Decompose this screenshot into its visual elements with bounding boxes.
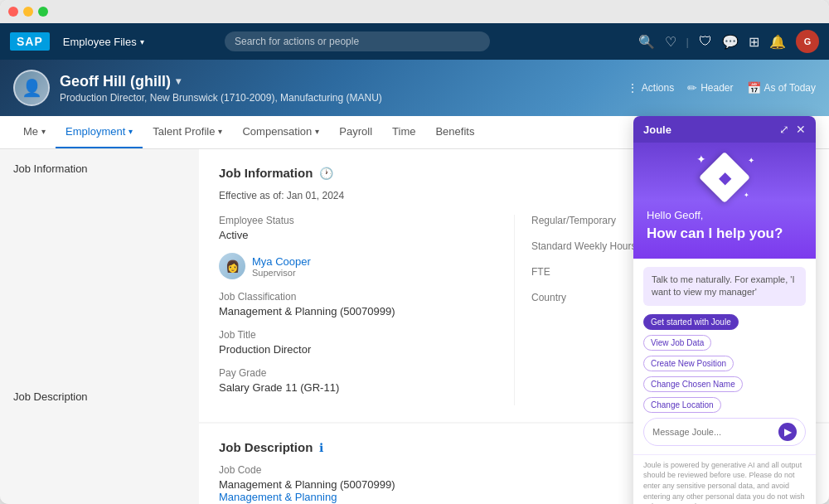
job-info-left: Employee Status Active 👩 Mya Cooper Supe…: [219, 215, 514, 405]
bell-icon[interactable]: 🔔: [769, 34, 786, 50]
diamond-inner: ◆: [719, 167, 731, 187]
calendar-icon: 📅: [747, 81, 761, 94]
joule-question: How can I help you?: [647, 225, 802, 243]
name-chevron-icon[interactable]: ▾: [176, 75, 181, 87]
as-of-today-button[interactable]: 📅 As of Today: [747, 81, 816, 94]
joule-expand-icon[interactable]: ⤢: [779, 123, 789, 136]
pay-grade-value: Salary Grade 11 (GR-11): [219, 381, 497, 394]
employee-name: Geoff Hill (ghill) ▾: [60, 73, 627, 90]
tab-employment[interactable]: Employment ▾: [56, 116, 143, 148]
header-button[interactable]: ✏ Header: [687, 81, 733, 94]
joule-header: Joule ⤢ ✕: [633, 116, 816, 143]
info-icon[interactable]: ℹ: [319, 441, 323, 454]
left-sidebar: Job Information Job Description: [0, 149, 199, 504]
shield-icon[interactable]: 🛡: [699, 34, 712, 49]
supervisor-row: 👩 Mya Cooper Supervisor: [219, 253, 497, 279]
sidebar-job-description[interactable]: Job Description: [13, 390, 186, 403]
employee-header: 👤 Geoff Hill (ghill) ▾ Production Direct…: [0, 60, 829, 116]
bookmark-icon[interactable]: ♡: [665, 34, 676, 50]
sparkle-icon-1: ✦: [696, 153, 706, 166]
sparkle-icon-2: ✦: [748, 156, 754, 165]
user-avatar[interactable]: G: [796, 30, 819, 53]
grid-icon[interactable]: ⊞: [749, 34, 759, 50]
joule-send-button[interactable]: ▶: [778, 423, 797, 441]
joule-chips-row-2: Change Chosen Name Change Location: [643, 376, 806, 413]
employee-status-field: Employee Status Active: [219, 215, 497, 241]
tab-talent-chevron: ▾: [218, 127, 222, 136]
sap-logo: SAP: [10, 32, 50, 51]
sidebar-job-information[interactable]: Job Information: [13, 162, 186, 175]
job-desc-title: Job Description: [219, 440, 313, 454]
employee-info: Geoff Hill (ghill) ▾ Production Director…: [60, 73, 627, 104]
job-classification-value: Management & Planning (50070999): [219, 305, 497, 317]
avatar-image: 👤: [15, 71, 48, 104]
supervisor-title: Supervisor: [252, 268, 311, 278]
job-title-label: Job Title: [219, 329, 497, 341]
supervisor-name[interactable]: Mya Cooper: [252, 255, 311, 268]
title-bar: [0, 0, 829, 23]
joule-diamond: ◆ ✦ ✦ ✦: [706, 159, 743, 196]
tab-benefits[interactable]: Benefits: [425, 116, 484, 148]
tab-compensation[interactable]: Compensation ▾: [232, 116, 329, 148]
joule-panel: Joule ⤢ ✕ ◆ ✦ ✦ ✦ Hello Geoff, How can I…: [633, 116, 816, 504]
joule-change-location-chip[interactable]: Change Location: [643, 397, 721, 413]
joule-message-input: ▶: [643, 418, 806, 446]
joule-chips-row-1: View Job Data Create New Position: [643, 335, 806, 371]
pay-grade-field: Pay Grade Salary Grade 11 (GR-11): [219, 367, 497, 394]
joule-greeting: Hello Geoff,: [647, 209, 802, 221]
joule-header-icons: ⤢ ✕: [779, 123, 806, 136]
joule-close-icon[interactable]: ✕: [796, 123, 806, 136]
tab-me[interactable]: Me ▾: [13, 116, 56, 148]
top-nav: SAP Employee Files ▾ 🔍 ♡ | 🛡 💬 ⊞ 🔔 G: [0, 23, 829, 60]
tab-time[interactable]: Time: [382, 116, 425, 148]
job-title-value: Production Director: [219, 343, 497, 356]
header-actions: ⋮ Actions ✏ Header 📅 As of Today: [627, 81, 816, 94]
job-info-title: Job Information: [219, 166, 313, 180]
employee-subtitle: Production Director, New Brunswick (1710…: [60, 92, 627, 104]
history-icon[interactable]: 🕐: [319, 167, 333, 180]
joule-title: Joule: [643, 124, 671, 136]
tab-talent-profile[interactable]: Talent Profile ▾: [143, 116, 232, 148]
joule-get-started-row: Get started with Joule: [643, 314, 806, 330]
chat-icon[interactable]: 💬: [722, 34, 739, 50]
job-classification-label: Job Classification: [219, 291, 497, 303]
pay-grade-label: Pay Grade: [219, 367, 497, 379]
search-icon[interactable]: 🔍: [638, 34, 655, 50]
job-classification-field: Job Classification Management & Planning…: [219, 291, 497, 317]
sparkle-icon-3: ✦: [744, 191, 749, 199]
joule-input-hint: Talk to me naturally. For example, 'I wa…: [643, 267, 806, 306]
joule-get-started-chip[interactable]: Get started with Joule: [643, 314, 739, 330]
employee-status-label: Employee Status: [219, 215, 497, 226]
close-button[interactable]: [8, 7, 18, 17]
nav-icons: 🔍 ♡ | 🛡 💬 ⊞ 🔔 G: [638, 30, 819, 53]
supervisor-info: Mya Cooper Supervisor: [252, 255, 311, 278]
joule-footer: Joule is powered by generative AI and al…: [633, 454, 816, 504]
joule-view-job-data-chip[interactable]: View Job Data: [643, 335, 711, 351]
joule-change-name-chip[interactable]: Change Chosen Name: [643, 376, 743, 392]
tab-compensation-chevron: ▾: [315, 127, 319, 136]
joule-body: Talk to me naturally. For example, 'I wa…: [633, 259, 816, 454]
employee-status-value: Active: [219, 229, 497, 241]
edit-icon: ✏: [687, 81, 697, 94]
employee-avatar: 👤: [13, 70, 50, 106]
supervisor-avatar: 👩: [219, 253, 245, 279]
minimize-button[interactable]: [23, 7, 33, 17]
actions-icon: ⋮: [627, 81, 638, 94]
search-bar: [225, 32, 490, 51]
actions-button[interactable]: ⋮ Actions: [627, 81, 674, 94]
joule-hero: ◆ ✦ ✦ ✦ Hello Geoff, How can I help you?: [633, 143, 816, 259]
employee-files-menu[interactable]: Employee Files ▾: [63, 36, 144, 48]
joule-message-field[interactable]: [652, 427, 778, 437]
joule-create-position-chip[interactable]: Create New Position: [643, 356, 734, 371]
tab-me-chevron: ▾: [41, 127, 46, 136]
maximize-button[interactable]: [38, 7, 48, 17]
search-input[interactable]: [225, 32, 490, 51]
tab-employment-chevron: ▾: [128, 127, 133, 136]
tab-payroll[interactable]: Payroll: [329, 116, 382, 148]
menu-chevron-icon: ▾: [140, 37, 144, 46]
job-title-field: Job Title Production Director: [219, 329, 497, 356]
